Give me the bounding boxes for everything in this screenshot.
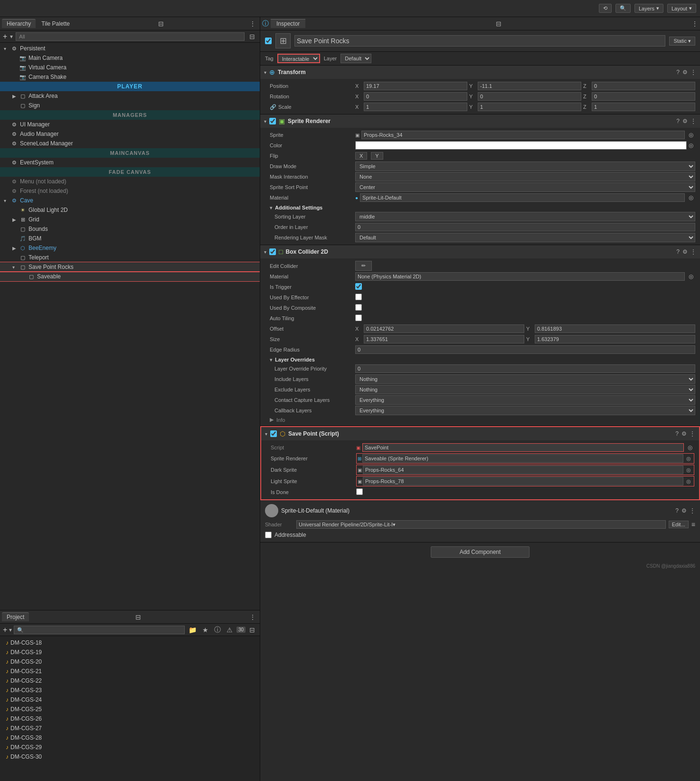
sorting-layer-select[interactable]: middle <box>355 212 695 221</box>
script-select-btn[interactable]: ◎ <box>686 443 694 452</box>
mat-help-btn[interactable]: ? <box>675 507 679 514</box>
callback-layers-select[interactable]: Everything <box>355 406 695 415</box>
list-item[interactable]: ♪DM-CGS-23 <box>0 686 260 695</box>
list-item[interactable]: ♪DM-CGS-22 <box>0 676 260 686</box>
hierarchy-more-button[interactable]: ⋮ <box>247 19 258 29</box>
scale-z-input[interactable] <box>592 103 695 111</box>
list-item[interactable]: ♪DM-CGS-25 <box>0 705 260 714</box>
scale-y-input[interactable] <box>478 103 581 111</box>
dark-sprite-select-btn[interactable]: ◎ <box>684 466 693 474</box>
list-item[interactable]: ⚙Menu (not loaded) <box>0 177 260 186</box>
bc-material-btn[interactable]: ◎ <box>687 272 695 281</box>
flip-x-btn[interactable]: X <box>355 152 367 160</box>
tag-select[interactable]: Interactable <box>277 54 320 63</box>
bc-settings-btn[interactable]: ⚙ <box>682 248 688 255</box>
sr-more-btn[interactable]: ⋮ <box>691 118 696 124</box>
list-item[interactable]: ♪DM-CGS-26 <box>0 714 260 724</box>
inspector-more-button[interactable]: ⋮ <box>691 20 698 28</box>
size-x-input[interactable] <box>364 335 524 343</box>
rot-x-input[interactable] <box>364 92 467 101</box>
edge-radius-input[interactable] <box>355 345 695 354</box>
color-picker[interactable] <box>355 141 687 150</box>
project-more-button[interactable]: ⋮ <box>247 612 258 622</box>
tab-tile-palette[interactable]: Tile Palette <box>37 19 75 28</box>
project-search-input[interactable] <box>14 626 185 634</box>
list-item[interactable]: 📷Virtual Camera <box>0 63 260 72</box>
sr-settings-btn[interactable]: ⚙ <box>682 118 688 124</box>
transform-settings-btn[interactable]: ⚙ <box>682 69 688 76</box>
project-add-button[interactable]: + <box>3 626 7 634</box>
shader-input[interactable] <box>296 520 666 529</box>
include-layers-select[interactable]: Nothing <box>355 374 695 384</box>
pos-y-input[interactable] <box>478 82 581 90</box>
list-item[interactable]: ♪DM-CGS-24 <box>0 695 260 705</box>
list-item[interactable]: ⚙UI Manager <box>0 120 260 129</box>
layout-button[interactable]: Layout ▾ <box>667 4 696 13</box>
shader-menu-btn[interactable]: ≡ <box>691 521 695 528</box>
material-input[interactable] <box>360 193 685 202</box>
object-active-checkbox[interactable] <box>265 38 272 44</box>
list-item[interactable]: 📷Main Camera <box>0 53 260 63</box>
inspector-lock-button[interactable]: ⊟ <box>496 20 501 28</box>
list-item[interactable]: 🎵BGM <box>0 234 260 243</box>
color-select-btn[interactable]: ◎ <box>687 141 695 150</box>
list-item[interactable]: ▾⚙Cave <box>0 196 260 205</box>
offset-y-input[interactable] <box>535 324 695 333</box>
additional-settings-header[interactable]: ▾ Additional Settings <box>260 203 700 211</box>
list-item[interactable]: ⚙Audio Manager <box>0 129 260 139</box>
scale-x-input[interactable] <box>364 103 467 111</box>
sprite-renderer-header[interactable]: ▾ ▣ Sprite Renderer ? ⚙ ⋮ <box>260 114 700 128</box>
is-trigger-checkbox[interactable] <box>355 283 362 290</box>
sprite-select-btn[interactable]: ◎ <box>687 131 695 139</box>
sr-help-btn[interactable]: ? <box>676 118 680 124</box>
list-item[interactable]: ▶▢Attack Area <box>0 91 260 101</box>
hierarchy-add-button[interactable]: + <box>3 33 7 40</box>
list-item[interactable]: ♪DM-CGS-19 <box>0 648 260 657</box>
size-y-input[interactable] <box>535 335 695 343</box>
used-by-composite-checkbox[interactable] <box>355 304 362 311</box>
mask-interaction-select[interactable]: None <box>355 172 695 181</box>
rendering-layer-select[interactable]: Default <box>355 233 695 242</box>
proj-star-btn[interactable]: ★ <box>200 625 210 635</box>
sp-settings-btn[interactable]: ⚙ <box>681 430 687 437</box>
proj-folder-btn[interactable]: 📁 <box>187 625 199 635</box>
proj-warn-btn[interactable]: ⚠ <box>225 625 235 635</box>
proj-info-btn[interactable]: ⓘ <box>212 625 223 635</box>
rot-z-input[interactable] <box>592 92 695 101</box>
mat-settings-btn[interactable]: ⚙ <box>681 507 687 514</box>
search-button[interactable]: 🔍 <box>615 4 631 13</box>
add-component-button[interactable]: Add Component <box>431 546 530 558</box>
object-name-input[interactable] <box>294 35 665 47</box>
sprite-input[interactable] <box>361 131 685 139</box>
rot-y-input[interactable] <box>478 92 581 101</box>
layer-select[interactable]: Default <box>341 54 371 63</box>
pos-x-input[interactable] <box>364 82 467 90</box>
static-button[interactable]: Static ▾ <box>669 37 695 46</box>
sprite-sort-select[interactable]: Center <box>355 182 695 192</box>
sprite-renderer-active[interactable] <box>269 118 276 124</box>
offset-x-input[interactable] <box>364 324 524 333</box>
sp-sr-select-btn[interactable]: ◎ <box>684 454 693 463</box>
transform-help-btn[interactable]: ? <box>676 69 680 76</box>
used-by-effector-checkbox[interactable] <box>355 294 362 300</box>
bc-material-input[interactable] <box>355 272 685 281</box>
layer-overrides-header[interactable]: ▾ Layer Overrides <box>260 355 700 363</box>
box-collider-header[interactable]: ▾ □ Box Collider 2D ? ⚙ ⋮ <box>260 245 700 258</box>
list-item[interactable]: ♪DM-CGS-28 <box>0 733 260 743</box>
list-item[interactable]: ▢Bounds <box>0 224 260 234</box>
list-item[interactable]: ▢Teleport <box>0 253 260 262</box>
auto-tiling-checkbox[interactable] <box>355 314 362 321</box>
collider-active[interactable] <box>269 248 276 255</box>
list-item[interactable]: ⚙EventSystem <box>0 158 260 167</box>
flip-y-btn[interactable]: Y <box>371 152 383 160</box>
hierarchy-filter-button[interactable]: ⊟ <box>247 32 257 41</box>
layer-priority-input[interactable] <box>355 364 695 373</box>
sp-sprite-renderer-input[interactable] <box>362 454 683 463</box>
bc-more-btn[interactable]: ⋮ <box>691 248 696 255</box>
order-input[interactable] <box>355 223 695 231</box>
tab-hierarchy[interactable]: Hierarchy <box>2 19 36 28</box>
sp-help-btn[interactable]: ? <box>675 430 679 437</box>
draw-mode-select[interactable]: Simple <box>355 162 695 171</box>
script-active[interactable] <box>270 430 277 437</box>
project-lock-button[interactable]: ⊟ <box>133 612 143 622</box>
